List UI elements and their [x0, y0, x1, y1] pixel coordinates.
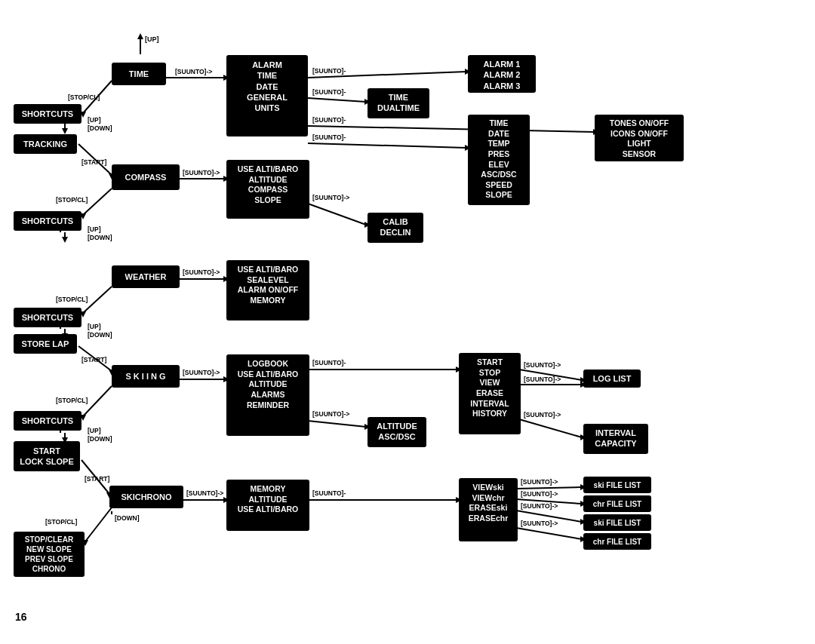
timedatetemp-label: TIME DATE TEMP PRES ELEV ASC/DSC SPEED S… — [481, 118, 516, 201]
diagram: [UP] [SUUNTO]-> [SUUNTO]- [SUUNTO]- [SUU… — [0, 0, 815, 633]
svg-text:[SUUNTO]->: [SUUNTO]-> — [186, 489, 223, 497]
svg-line-78 — [83, 386, 112, 416]
svg-text:[DOWN]: [DOWN] — [115, 514, 140, 522]
skifilelist2-box: ski FILE LIST — [583, 514, 651, 531]
skiing-label: S K I I N G — [125, 371, 165, 382]
compass-box: COMPASS — [112, 164, 180, 190]
svg-text:[SUUNTO]-: [SUUNTO]- — [312, 88, 346, 96]
svg-text:[SUUNTO]->: [SUUNTO]-> — [521, 490, 558, 498]
usealti-compass-label: USE ALTI/BARO ALTITUDE COMPASS SLOPE — [238, 164, 299, 206]
svg-text:[DOWN]: [DOWN] — [88, 124, 112, 132]
svg-line-48 — [83, 287, 112, 313]
svg-text:[STOP/CL]: [STOP/CL] — [56, 296, 88, 303]
altascdsc-label: ALTITUDE ASC/DSC — [377, 421, 417, 443]
svg-text:[DOWN]: [DOWN] — [88, 234, 112, 241]
loglist-label: LOG LIST — [593, 373, 632, 384]
skichrono-label: SKICHRONO — [121, 492, 171, 502]
chrfilelist1-label: chr FILE LIST — [593, 499, 641, 509]
shortcuts4-label: SHORTCUTS — [22, 416, 73, 426]
startlockslope-box: START LOCK SLOPE — [14, 441, 80, 471]
svg-line-57 — [78, 346, 112, 371]
svg-line-87 — [82, 460, 109, 494]
timedatetemp-box: TIME DATE TEMP PRES ELEV ASC/DSC SPEED S… — [468, 115, 530, 205]
tracking-box: TRACKING — [14, 134, 77, 154]
svg-text:[START]: [START] — [82, 158, 107, 166]
svg-line-66 — [308, 421, 366, 427]
tones-box: TONES ON/OFF ICONS ON/OFF LIGHT SENSOR — [595, 115, 684, 161]
startlockslope-label: START LOCK SLOPE — [20, 446, 74, 468]
skifilelist2-label: ski FILE LIST — [594, 518, 641, 528]
svg-text:[SUUNTO]-: [SUUNTO]- — [312, 116, 346, 124]
tones-label: TONES ON/OFF ICONS ON/OFF LIGHT SENSOR — [610, 118, 669, 160]
svg-text:[SUUNTO]-: [SUUNTO]- — [312, 67, 346, 75]
memory-group-label: MEMORY ALTITUDE USE ALTI/BARO — [238, 484, 299, 515]
storelap-box: STORE LAP — [14, 334, 77, 354]
page-number: 16 — [15, 611, 27, 623]
skiing-box: S K I I N G — [112, 365, 180, 388]
svg-marker-24 — [62, 128, 68, 134]
svg-text:[SUUNTO]->: [SUUNTO]-> — [312, 410, 349, 418]
startstop-label: START STOP VIEW ERASE INTERVAL HISTORY — [470, 357, 509, 419]
chrfilelist2-label: chr FILE LIST — [593, 537, 641, 547]
svg-text:[STOP/CL]: [STOP/CL] — [56, 196, 88, 204]
svg-text:[STOP/CL]: [STOP/CL] — [45, 518, 78, 526]
stopclear-box: STOP/CLEAR NEW SLOPE PREV SLOPE CHRONO — [14, 532, 85, 577]
svg-line-108 — [85, 508, 112, 541]
usealti-weather-box: USE ALTI/BARO SEALEVEL ALARM ON/OFF MEMO… — [226, 260, 309, 320]
loglist-box: LOG LIST — [583, 370, 641, 388]
intervalcapacity-box: INTERVAL CAPACITY — [583, 424, 648, 454]
shortcuts2-box: SHORTCUTS — [14, 211, 82, 231]
shortcuts3-label: SHORTCUTS — [22, 312, 73, 323]
svg-line-27 — [78, 144, 112, 175]
svg-text:[SUUNTO]->: [SUUNTO]-> — [524, 376, 561, 383]
svg-text:[UP]: [UP] — [88, 225, 101, 233]
svg-text:[DOWN]: [DOWN] — [88, 435, 112, 443]
svg-text:[SUUNTO]->: [SUUNTO]-> — [183, 169, 220, 176]
shortcuts2-label: SHORTCUTS — [22, 216, 73, 226]
skifilelist1-label: ski FILE LIST — [594, 480, 641, 490]
usealti-weather-label: USE ALTI/BARO SEALEVEL ALARM ON/OFF MEMO… — [238, 265, 299, 306]
svg-text:[SUUNTO]->: [SUUNTO]-> — [521, 478, 558, 486]
svg-text:[UP]: [UP] — [145, 35, 159, 43]
shortcuts1-box: SHORTCUTS — [14, 104, 82, 124]
svg-marker-1 — [137, 33, 143, 39]
svg-text:[SUUNTO]->: [SUUNTO]-> — [521, 520, 558, 527]
svg-text:[UP]: [UP] — [88, 116, 101, 124]
svg-line-33 — [308, 204, 366, 225]
tracking-label: TRACKING — [23, 139, 67, 149]
shortcuts1-label: SHORTCUTS — [22, 109, 73, 119]
viewski-box: VIEWski VIEWchr ERASEski ERASEchr — [459, 478, 518, 541]
viewski-label: VIEWski VIEWchr ERASEski ERASEchr — [469, 483, 509, 524]
svg-text:[SUUNTO]->: [SUUNTO]-> — [524, 411, 561, 419]
time-label: TIME — [129, 69, 149, 79]
intervalcapacity-label: INTERVAL CAPACITY — [595, 428, 636, 449]
shortcuts4-box: SHORTCUTS — [14, 411, 82, 431]
svg-line-75 — [519, 419, 582, 437]
usealti-compass-box: USE ALTI/BARO ALTITUDE COMPASS SLOPE — [226, 160, 309, 219]
logbook-group-label: LOGBOOK USE ALTI/BARO ALTITUDE ALARMS RE… — [238, 359, 299, 410]
svg-text:[UP]: [UP] — [88, 427, 101, 434]
altascdsc-box: ALTITUDE ASC/DSC — [368, 417, 426, 447]
svg-text:[START]: [START] — [85, 475, 110, 483]
svg-line-99 — [516, 499, 582, 504]
svg-text:[SUUNTO]->: [SUUNTO]-> — [312, 194, 349, 201]
time-box: TIME — [112, 63, 166, 85]
svg-line-6 — [308, 98, 366, 102]
svg-line-96 — [516, 487, 582, 489]
svg-text:[SUUNTO]-: [SUUNTO]- — [312, 133, 346, 141]
svg-text:[SUUNTO]->: [SUUNTO]-> — [183, 369, 220, 376]
storelap-label: STORE LAP — [22, 339, 69, 349]
timedualtime-label: TIME DUALTIME — [377, 92, 420, 114]
svg-line-9 — [308, 72, 466, 78]
skifilelist1-box: ski FILE LIST — [583, 477, 651, 493]
svg-line-12 — [308, 126, 595, 132]
svg-line-36 — [83, 189, 112, 215]
skichrono-box: SKICHRONO — [109, 486, 183, 508]
calibdeclin-label: CALIB DECLIN — [380, 216, 411, 238]
svg-text:[STOP/CL]: [STOP/CL] — [56, 397, 88, 404]
alarm123-label: ALARM 1 ALARM 2 ALARM 3 — [484, 59, 521, 91]
svg-text:[START]: [START] — [82, 356, 107, 363]
svg-text:[SUUNTO]->: [SUUNTO]-> — [524, 361, 561, 369]
memory-group-box: MEMORY ALTITUDE USE ALTI/BARO — [226, 480, 309, 531]
alarm-group-box: ALARM TIME DATE GENERAL UNITS — [226, 55, 308, 136]
